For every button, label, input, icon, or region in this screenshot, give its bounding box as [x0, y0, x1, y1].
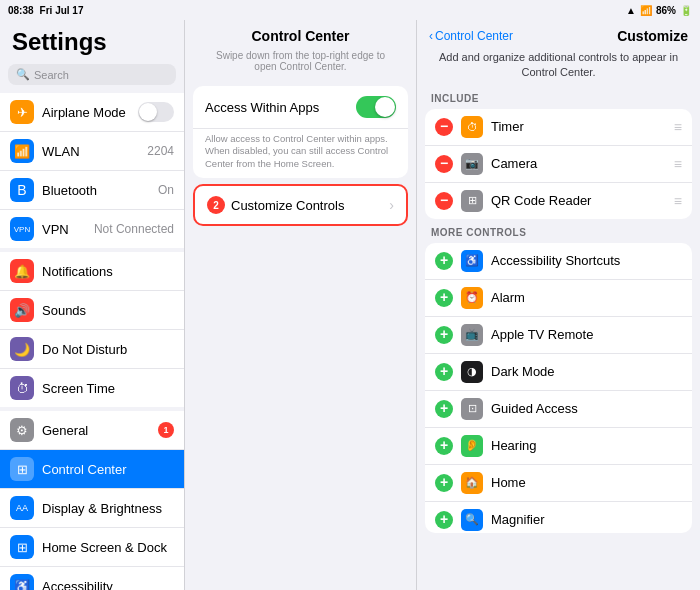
sidebar-item-screentime[interactable]: ⏱ Screen Time — [0, 369, 184, 407]
screentime-label: Screen Time — [42, 381, 174, 396]
display-label: Display & Brightness — [42, 501, 174, 516]
sidebar-item-vpn[interactable]: VPN VPN Not Connected — [0, 210, 184, 248]
wlan-icon: 📶 — [10, 139, 34, 163]
sidebar-item-notifications[interactable]: 🔔 Notifications — [0, 252, 184, 291]
customize-controls-row[interactable]: 2 Customize Controls › — [193, 184, 408, 226]
remove-timer-button[interactable] — [435, 118, 453, 136]
sidebar-item-donotdisturb[interactable]: 🌙 Do Not Disturb — [0, 330, 184, 369]
more-item-accessibility-shortcuts[interactable]: ♿ Accessibility Shortcuts — [425, 243, 692, 280]
access-within-row[interactable]: Access Within Apps — [193, 86, 408, 129]
battery-icon: 🔋 — [680, 5, 692, 16]
search-bar[interactable]: 🔍 Search — [8, 64, 176, 85]
control-center-panel: Control Center Swipe down from the top-r… — [185, 0, 417, 590]
sidebar-item-homescreen[interactable]: ⊞ Home Screen & Dock — [0, 528, 184, 567]
add-appletv-button[interactable] — [435, 326, 453, 344]
step1-badge: 1 — [158, 422, 174, 438]
add-guided-button[interactable] — [435, 400, 453, 418]
general-label: General — [42, 423, 148, 438]
more-item-magnifier[interactable]: 🔍 Magnifier — [425, 502, 692, 533]
more-item-guided[interactable]: ⊡ Guided Access — [425, 391, 692, 428]
drag-handle-qr[interactable]: ≡ — [674, 193, 682, 209]
settings-panel: Settings 🔍 Search ✈ Airplane Mode 📶 WLAN… — [0, 0, 185, 590]
accessibility-shortcuts-icon: ♿ — [461, 250, 483, 272]
controlcenter-label: Control Center — [42, 462, 174, 477]
sidebar-item-controlcenter[interactable]: ⊞ Control Center — [0, 450, 184, 489]
control-center-title: Control Center — [185, 20, 416, 50]
appletv-icon: 📺 — [461, 324, 483, 346]
drag-handle-timer[interactable]: ≡ — [674, 119, 682, 135]
status-bar: 08:38 Fri Jul 17 ▲ 📶 86% 🔋 — [0, 0, 700, 20]
include-list: ⏱ Timer ≡ 📷 Camera ≡ ⊞ QR Code Reader ≡ — [425, 109, 692, 219]
donotdisturb-label: Do Not Disturb — [42, 342, 174, 357]
settings-group-system: ⚙ General 1 ⊞ Control Center AA Display … — [0, 411, 184, 590]
more-item-darkmode[interactable]: ◑ Dark Mode — [425, 354, 692, 391]
sidebar-item-bluetooth[interactable]: B Bluetooth On — [0, 171, 184, 210]
more-item-hearing[interactable]: 👂 Hearing — [425, 428, 692, 465]
sidebar-item-display[interactable]: AA Display & Brightness — [0, 489, 184, 528]
qr-label: QR Code Reader — [491, 193, 666, 208]
timer-icon: ⏱ — [461, 116, 483, 138]
search-icon: 🔍 — [16, 68, 30, 81]
add-hearing-button[interactable] — [435, 437, 453, 455]
sounds-icon: 🔊 — [10, 298, 34, 322]
access-within-section: Access Within Apps Allow access to Contr… — [193, 86, 408, 178]
status-date: Fri Jul 17 — [40, 5, 84, 16]
back-label: Control Center — [435, 29, 513, 43]
alarm-label: Alarm — [491, 290, 682, 305]
accessibility-label: Accessibility — [42, 579, 174, 591]
more-item-home[interactable]: 🏠 Home — [425, 465, 692, 502]
include-item-qr[interactable]: ⊞ QR Code Reader ≡ — [425, 183, 692, 219]
homescreen-icon: ⊞ — [10, 535, 34, 559]
status-time: 08:38 — [8, 5, 34, 16]
more-controls-header: MORE CONTROLS — [417, 223, 700, 241]
customize-panel: ‹ Control Center Customize Add and organ… — [417, 0, 700, 590]
include-item-camera[interactable]: 📷 Camera ≡ — [425, 146, 692, 183]
display-icon: AA — [10, 496, 34, 520]
vpn-value: Not Connected — [94, 222, 174, 236]
add-magnifier-button[interactable] — [435, 511, 453, 529]
add-accessibility-shortcuts-button[interactable] — [435, 252, 453, 270]
back-to-control-center[interactable]: ‹ Control Center — [429, 29, 513, 43]
sidebar-item-sounds[interactable]: 🔊 Sounds — [0, 291, 184, 330]
qr-icon: ⊞ — [461, 190, 483, 212]
search-placeholder: Search — [34, 69, 69, 81]
vpn-label: VPN — [42, 222, 86, 237]
sidebar-item-airplane[interactable]: ✈ Airplane Mode — [0, 93, 184, 132]
more-item-appletv[interactable]: 📺 Apple TV Remote — [425, 317, 692, 354]
remove-camera-button[interactable] — [435, 155, 453, 173]
guided-icon: ⊡ — [461, 398, 483, 420]
remove-qr-button[interactable] — [435, 192, 453, 210]
home-icon: 🏠 — [461, 472, 483, 494]
airplane-icon: ✈ — [10, 100, 34, 124]
control-center-subtitle: Swipe down from the top-right edge to op… — [185, 50, 416, 82]
guided-label: Guided Access — [491, 401, 682, 416]
customize-description: Add and organize additional controls to … — [417, 50, 700, 89]
drag-handle-camera[interactable]: ≡ — [674, 156, 682, 172]
settings-group-connectivity: ✈ Airplane Mode 📶 WLAN 2204 B Bluetooth … — [0, 93, 184, 248]
screentime-icon: ⏱ — [10, 376, 34, 400]
add-darkmode-button[interactable] — [435, 363, 453, 381]
chevron-right-icon: › — [389, 197, 394, 213]
darkmode-icon: ◑ — [461, 361, 483, 383]
battery-status: 86% — [656, 5, 676, 16]
camera-label: Camera — [491, 156, 666, 171]
sidebar-item-accessibility[interactable]: ♿ Accessibility — [0, 567, 184, 590]
home-label: Home — [491, 475, 682, 490]
signal-icon: ▲ — [626, 5, 636, 16]
more-item-alarm[interactable]: ⏰ Alarm — [425, 280, 692, 317]
darkmode-label: Dark Mode — [491, 364, 682, 379]
access-within-note: Allow access to Control Center within ap… — [193, 129, 408, 178]
back-chevron-icon: ‹ — [429, 29, 433, 43]
include-item-timer[interactable]: ⏱ Timer ≡ — [425, 109, 692, 146]
airplane-label: Airplane Mode — [42, 105, 130, 120]
access-toggle[interactable] — [356, 96, 396, 118]
add-home-button[interactable] — [435, 474, 453, 492]
add-alarm-button[interactable] — [435, 289, 453, 307]
sidebar-item-wlan[interactable]: 📶 WLAN 2204 — [0, 132, 184, 171]
general-icon: ⚙ — [10, 418, 34, 442]
notifications-label: Notifications — [42, 264, 174, 279]
sidebar-item-general[interactable]: ⚙ General 1 — [0, 411, 184, 450]
donotdisturb-icon: 🌙 — [10, 337, 34, 361]
magnifier-label: Magnifier — [491, 512, 682, 527]
settings-group-notifications: 🔔 Notifications 🔊 Sounds 🌙 Do Not Distur… — [0, 252, 184, 407]
